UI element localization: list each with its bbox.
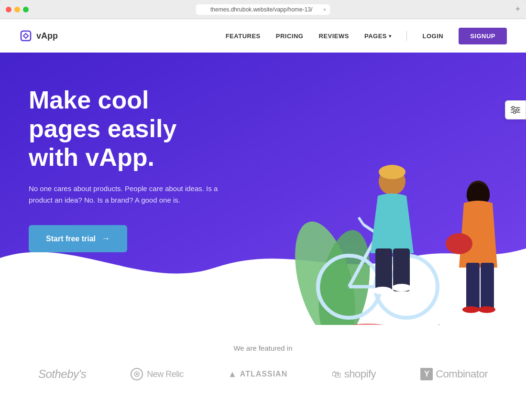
svg-rect-23 bbox=[481, 263, 494, 311]
atlassian-triangle-icon: ▲ bbox=[228, 369, 237, 379]
svg-point-29 bbox=[512, 107, 515, 109]
shopify-logo: 🛍 shopify bbox=[332, 368, 376, 380]
svg-point-21 bbox=[446, 233, 472, 254]
svg-rect-22 bbox=[466, 263, 480, 311]
navbar: vApp FEATURES PRICING REVIEWS PAGES ▾ LO… bbox=[0, 19, 526, 53]
newrelic-circle-icon bbox=[131, 368, 143, 380]
settings-float-button[interactable] bbox=[505, 100, 526, 119]
nav-links: FEATURES PRICING REVIEWS PAGES ▾ LOGIN S… bbox=[226, 28, 507, 44]
logo-text: vApp bbox=[36, 31, 58, 41]
traffic-lights bbox=[6, 7, 29, 12]
yc-box-icon: Y bbox=[420, 368, 433, 380]
arrow-icon: → bbox=[101, 234, 110, 244]
svg-point-25 bbox=[478, 306, 495, 313]
nav-features[interactable]: FEATURES bbox=[226, 32, 261, 40]
new-tab-button[interactable]: + bbox=[515, 4, 520, 14]
ycombinator-logo: Y Combinator bbox=[420, 368, 488, 380]
logo[interactable]: vApp bbox=[19, 29, 58, 43]
nav-divider bbox=[406, 31, 407, 41]
nav-signup[interactable]: SIGNUP bbox=[459, 28, 507, 44]
sothebys-logo: Sotheby's bbox=[38, 367, 86, 381]
svg-point-30 bbox=[516, 109, 519, 111]
maximize-button[interactable] bbox=[23, 7, 29, 12]
svg-point-18 bbox=[373, 287, 392, 294]
hero-title: Make cool pages easily with vApp. bbox=[29, 86, 220, 172]
shopify-bag-icon: 🛍 bbox=[332, 369, 341, 380]
featured-logos: Sotheby's New Relic ▲ ATLASSIAN 🛍 shopif… bbox=[29, 367, 497, 381]
hero-content: Make cool pages easily with vApp. No one… bbox=[0, 53, 249, 267]
start-trial-button[interactable]: Start free trial → bbox=[29, 225, 127, 252]
nav-reviews[interactable]: REVIEWS bbox=[318, 32, 349, 40]
newrelic-logo: New Relic bbox=[131, 368, 184, 380]
nav-pricing[interactable]: PRICING bbox=[276, 32, 304, 40]
svg-point-24 bbox=[462, 306, 480, 313]
svg-point-19 bbox=[392, 284, 411, 291]
featured-section: We are featured in Sotheby's New Relic ▲… bbox=[0, 325, 526, 395]
chevron-down-icon: ▾ bbox=[389, 33, 392, 39]
sliders-icon bbox=[511, 106, 520, 114]
logo-icon bbox=[19, 29, 33, 43]
browser-chrome: themes.dhrubok.website/vapp/home-13/ × + bbox=[0, 0, 526, 19]
svg-rect-0 bbox=[21, 31, 31, 41]
tab-close-icon[interactable]: × bbox=[323, 7, 326, 12]
url-bar[interactable]: themes.dhrubok.website/vapp/home-13/ × bbox=[196, 4, 330, 15]
close-button[interactable] bbox=[6, 7, 11, 12]
featured-label: We are featured in bbox=[29, 344, 497, 352]
hero-subtitle: No one cares about products. People care… bbox=[29, 183, 220, 206]
url-text: themes.dhrubok.website/vapp/home-13/ bbox=[210, 6, 312, 13]
svg-rect-16 bbox=[375, 248, 392, 291]
minimize-button[interactable] bbox=[14, 7, 20, 12]
page-container: vApp FEATURES PRICING REVIEWS PAGES ▾ LO… bbox=[0, 19, 526, 420]
svg-point-33 bbox=[136, 373, 138, 375]
nav-pages[interactable]: PAGES ▾ bbox=[364, 32, 392, 40]
hero-section: Make cool pages easily with vApp. No one… bbox=[0, 53, 526, 325]
nav-login[interactable]: LOGIN bbox=[422, 32, 443, 40]
cta-label: Start free trial bbox=[46, 235, 96, 243]
atlassian-logo: ▲ ATLASSIAN bbox=[228, 369, 287, 379]
svg-point-31 bbox=[514, 111, 516, 114]
svg-point-15 bbox=[379, 165, 405, 179]
no-credit-text: No credit card needed. bbox=[29, 260, 220, 267]
